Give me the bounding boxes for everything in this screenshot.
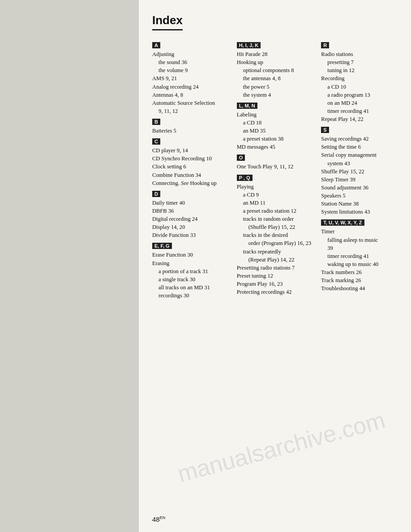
page-title: Index <box>152 13 183 30</box>
section-O: O One Touch Play 9, 11, 12 <box>237 151 313 171</box>
col-3: R Radio stations presetting 7 tuning in … <box>321 39 398 300</box>
entry-saving-recordings: Saving recordings 42 <box>321 135 398 143</box>
page-number: 48EN <box>152 515 165 523</box>
entry-auto-source: Automatic Source Selection 9, 11, 12 <box>152 99 229 115</box>
index-columns: A Adjusting the sound 36 the volume 9 AM… <box>152 39 398 300</box>
page: Index A Adjusting the sound 36 the volum… <box>139 0 411 532</box>
section-R: R Radio stations presetting 7 tuning in … <box>321 39 398 123</box>
entry-presetting-radio: Presetting radio stations 7 <box>237 264 313 272</box>
section-header-S: S <box>321 127 329 133</box>
section-header-PQ: P , Q <box>237 175 253 181</box>
watermark: manualsarchive.com <box>175 406 388 487</box>
entry-track-marking: Track marking 26 <box>321 276 398 284</box>
entry-hit-parade: Hit Parade 28 <box>237 50 313 58</box>
entry-divide: Divide Function 33 <box>152 231 229 239</box>
entry-recording: Recording a CD 10 a radio program 13 on … <box>321 74 398 115</box>
left-margin <box>0 0 139 532</box>
entry-one-touch-play: One Touch Play 9, 11, 12 <box>237 163 313 171</box>
entry-preset-tuning: Preset tuning 12 <box>237 272 313 280</box>
entry-troubleshooting: Troubleshooting 44 <box>321 284 398 292</box>
section-header-B: B <box>152 119 160 125</box>
entry-speakers: Speakers 5 <box>321 192 398 200</box>
entry-timer: Timer falling asleep to music 39 timer r… <box>321 227 398 268</box>
section-header-HIJK: H, I, J, K <box>237 42 261 48</box>
section-PQ: P , Q Playing a CD 9 an MD 11 a preset r… <box>237 171 313 296</box>
section-header-C: C <box>152 138 160 145</box>
entry-track-numbers: Track numbers 26 <box>321 268 398 276</box>
section-header-LMN: L, M, N <box>237 103 257 109</box>
entry-batteries: Batteries 5 <box>152 127 229 135</box>
section-EFG: E, F, G Erase Function 30 Erasing a port… <box>152 239 229 300</box>
section-header-A: A <box>152 42 160 48</box>
section-header-R: R <box>321 42 329 48</box>
entry-daily-timer: Daily timer 40 <box>152 199 229 207</box>
section-B: B Batteries 5 <box>152 115 229 135</box>
entry-analog-recording: Analog recording 24 <box>152 83 229 91</box>
entry-program-play: Program Play 16, 23 <box>237 280 313 288</box>
section-header-O: O <box>237 154 245 161</box>
entry-adjusting: Adjusting the sound 36 the volume 9 <box>152 50 229 74</box>
entry-setting-time: Setting the time 6 <box>321 143 398 151</box>
section-header-EFG: E, F, G <box>152 243 172 249</box>
section-S: S Saving recordings 42 Setting the time … <box>321 123 398 216</box>
entry-radio-stations: Radio stations presetting 7 tuning in 12 <box>321 50 398 74</box>
entry-playing: Playing a CD 9 an MD 11 a preset radio s… <box>237 183 313 264</box>
col-2: H, I, J, K Hit Parade 28 Hooking up opti… <box>237 39 313 300</box>
entry-erase-function: Erase Function 30 <box>152 251 229 259</box>
entry-digital-recording: Digital recording 24 <box>152 215 229 223</box>
entry-sound-adjustment: Sound adjustment 36 <box>321 184 398 192</box>
entry-connecting: Connecting. See Hooking up <box>152 179 229 187</box>
section-A: A Adjusting the sound 36 the volume 9 AM… <box>152 39 229 115</box>
entry-station-name: Station Name 38 <box>321 200 398 208</box>
section-D: D Daily timer 40 DBFB 36 Digital recordi… <box>152 187 229 240</box>
entry-clock-setting: Clock setting 6 <box>152 163 229 171</box>
entry-labeling: Labeling a CD 18 an MD 35 a preset stati… <box>237 111 313 143</box>
col-1: A Adjusting the sound 36 the volume 9 AM… <box>152 39 229 300</box>
entry-hooking-up: Hooking up optional components 8 the ant… <box>237 58 313 99</box>
section-TUVWXYZ: T, U, V, W, X, Y, Z Timer falling asleep… <box>321 216 398 292</box>
entry-cd-synchro: CD Synchro Recording 10 <box>152 154 229 163</box>
entry-display: Display 14, 20 <box>152 223 229 231</box>
entry-dbfb: DBFB 36 <box>152 207 229 215</box>
entry-system-limitations: System limitations 43 <box>321 208 398 216</box>
entry-antennas: Antennas 4, 8 <box>152 91 229 99</box>
entry-cd-player: CD player 9, 14 <box>152 146 229 154</box>
entry-protecting: Protecting recordings 42 <box>237 288 313 296</box>
entry-sleep-timer: Sleep Timer 39 <box>321 176 398 184</box>
entry-shuffle-play: Shuffle Play 15, 22 <box>321 167 398 176</box>
entry-repeat-play: Repeat Play 14, 22 <box>321 115 398 123</box>
section-header-D: D <box>152 191 160 197</box>
entry-ams: AMS 9, 21 <box>152 74 229 82</box>
entry-md-messages: MD messages 45 <box>237 143 313 151</box>
entry-erasing: Erasing a portion of a track 31 a single… <box>152 259 229 300</box>
section-C: C CD player 9, 14 CD Synchro Recording 1… <box>152 135 229 187</box>
entry-combine: Combine Function 34 <box>152 171 229 179</box>
section-LMN: L, M, N Labeling a CD 18 an MD 35 a pres… <box>237 99 313 151</box>
section-header-TUVWXYZ: T, U, V, W, X, Y, Z <box>321 219 364 226</box>
entry-serial-copy: Serial copy management system 43 <box>321 151 398 167</box>
section-HIJK: H, I, J, K Hit Parade 28 Hooking up opti… <box>237 39 313 99</box>
